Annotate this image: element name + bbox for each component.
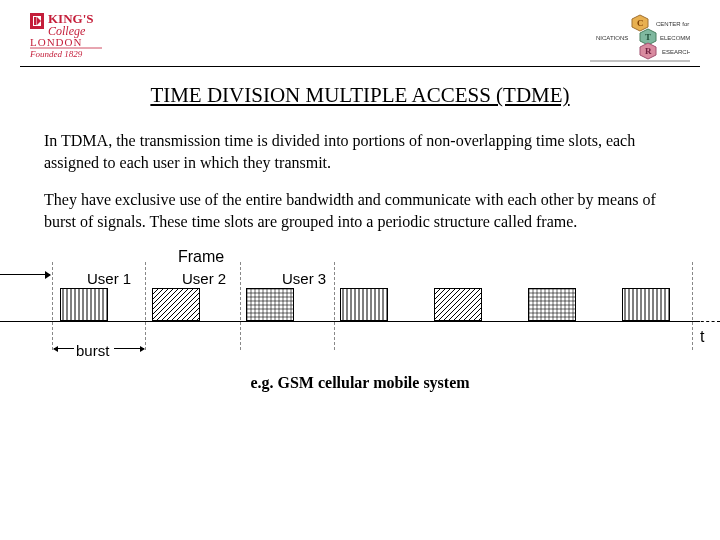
svg-text:Founded 1829: Founded 1829 xyxy=(30,49,83,59)
time-axis-continuation xyxy=(690,321,720,322)
svg-text:ELECOMM: ELECOMM xyxy=(660,35,690,41)
svg-rect-26 xyxy=(247,289,293,320)
frame-boundary xyxy=(334,262,335,350)
slot-user2 xyxy=(434,288,482,321)
slot-user1 xyxy=(60,288,108,321)
slot-boundary xyxy=(145,262,146,350)
svg-rect-22 xyxy=(61,289,107,320)
user-3-label: User 3 xyxy=(282,270,326,287)
slot-user2 xyxy=(152,288,200,321)
svg-rect-28 xyxy=(435,289,481,320)
svg-rect-30 xyxy=(623,289,669,320)
burst-label: burst xyxy=(76,342,109,359)
frame-boundary xyxy=(692,262,693,350)
frame-boundary xyxy=(52,262,53,350)
paragraph-1: In TDMA, the transmission time is divide… xyxy=(44,130,676,173)
svg-rect-24 xyxy=(153,289,199,320)
svg-rect-2 xyxy=(34,17,37,25)
example-caption: e.g. GSM cellular mobile system xyxy=(0,374,720,392)
slot-boundary xyxy=(240,262,241,350)
svg-text:ESEARCH: ESEARCH xyxy=(662,49,690,55)
user-2-label: User 2 xyxy=(182,270,226,287)
burst-extent-left xyxy=(54,348,74,349)
paragraph-2: They have exclusive use of the entire ba… xyxy=(44,189,676,232)
svg-text:LONDON: LONDON xyxy=(30,36,82,48)
time-axis-label: t xyxy=(700,328,704,346)
slot-user3 xyxy=(246,288,294,321)
burst-extent-right xyxy=(114,348,144,349)
user-1-label: User 1 xyxy=(87,270,131,287)
svg-text:T: T xyxy=(645,32,651,42)
tdma-diagram: Frame User 1 User 2 User 3 t burst xyxy=(0,248,720,368)
ctr-logo: CENTER for NICATIONS ELECOMM ESEARCH C T… xyxy=(560,10,690,62)
kings-college-logo: KING'S College LONDON Founded 1829 xyxy=(30,10,150,60)
svg-rect-27 xyxy=(341,289,387,320)
frame-label: Frame xyxy=(178,248,224,266)
page-title: TIME DIVISION MULTIPLE ACCESS (TDME) xyxy=(0,83,720,108)
svg-text:C: C xyxy=(637,18,644,28)
slot-user3 xyxy=(528,288,576,321)
svg-text:R: R xyxy=(645,46,652,56)
axis-arrow-left xyxy=(0,274,50,275)
slot-user1 xyxy=(622,288,670,321)
slot-user1 xyxy=(340,288,388,321)
svg-rect-29 xyxy=(529,289,575,320)
time-axis xyxy=(0,321,700,322)
svg-text:NICATIONS: NICATIONS xyxy=(596,35,628,41)
header-divider xyxy=(20,66,700,67)
svg-text:CENTER for: CENTER for xyxy=(656,21,689,27)
body-text: In TDMA, the transmission time is divide… xyxy=(0,108,720,232)
